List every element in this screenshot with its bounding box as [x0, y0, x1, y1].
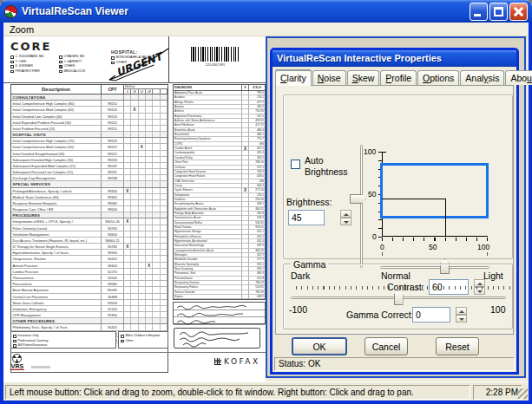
tab-noise[interactable]: Noise	[312, 70, 346, 85]
doctor-checkbox: PRIVATE/OTHER	[10, 69, 44, 75]
cpt-item-row: Intubation, Emergency31500	[11, 306, 167, 312]
menu-bar: Zoom	[3, 23, 529, 36]
tab-options[interactable]: Options	[417, 70, 459, 85]
diagnosis-code: 041.5	[249, 235, 265, 238]
cpt-item-row: Response Between Hospitals99082	[11, 200, 167, 206]
brightness-updown[interactable]	[340, 210, 351, 225]
dialog-title-bar[interactable]: VirtualReScan Interactive Properties	[273, 50, 516, 67]
auto-brightness-checkbox[interactable]	[291, 160, 300, 169]
reset-button[interactable]: Reset	[436, 337, 479, 355]
cpt-grid-cell	[139, 324, 146, 329]
maximize-button[interactable]	[489, 3, 508, 21]
diagnosis-code: 746.9	[249, 170, 265, 173]
diagnosis-code: 359.1	[249, 263, 265, 266]
diagnosis-code: 558.9	[249, 216, 265, 219]
diagnosis-code: 250.00	[249, 198, 265, 201]
down-arrow-icon[interactable]	[340, 218, 351, 225]
cpt-item-row: Discharge Day Management99238	[11, 175, 167, 181]
cpt-grid-cell	[146, 238, 153, 243]
range-tick-right	[487, 252, 488, 256]
cpt-grid-cell	[146, 144, 153, 149]
writein-diagnosis-box	[173, 302, 266, 324]
highlight-region[interactable]	[380, 163, 489, 219]
document-preview-pane[interactable]: CORE C. RUDDMANN, MDT. CHIND. KISSNERPRI…	[3, 36, 266, 381]
tab-analysis[interactable]: Analysis	[460, 70, 504, 85]
diagnosis-x-mark	[242, 225, 249, 229]
cpt-grid-cell: X	[131, 107, 138, 112]
diagnosis-x-mark	[242, 290, 249, 294]
cpt-grid-cell	[131, 263, 138, 268]
tab-about[interactable]: About	[505, 70, 532, 85]
cpt-table-header: Description CPT Mo/Date: 9161224	[11, 85, 167, 94]
up-arrow-icon[interactable]	[340, 210, 351, 218]
cpt-grid-cell	[161, 157, 167, 162]
diagnosis-name: Congestive Heart Failure	[174, 174, 242, 178]
cpt-grid-cell	[153, 120, 160, 125]
doctor-checkbox-label: PRIVATE/OTHER	[16, 69, 40, 75]
gamma-ticks	[296, 286, 515, 290]
cpt-grid-cell	[139, 244, 146, 249]
vrs-logo: VRS	[10, 354, 45, 370]
diagnosis-code: 425.4	[249, 151, 265, 154]
cpt-grid-cell	[131, 300, 138, 305]
cpt-grid-cell	[161, 107, 167, 112]
cpt-grid-cell	[146, 181, 153, 186]
diagnosis-code: 277.00	[249, 188, 265, 192]
scanned-superbill: CORE C. RUDDMANN, MDT. CHIND. KISSNERPRI…	[3, 36, 266, 381]
diagnosis-x-mark	[242, 239, 249, 243]
diagnosis-x-mark	[242, 244, 249, 247]
checkbox-icon	[13, 340, 16, 343]
title-bar[interactable]: VirtualReScan Viewer	[0, 0, 532, 23]
close-button[interactable]	[509, 3, 528, 21]
cancel-button[interactable]: Cancel	[365, 337, 408, 355]
x-tick-50: 50	[429, 243, 437, 251]
tab-clarity[interactable]: Clarity	[275, 69, 312, 86]
gamma-min-label: -100	[289, 304, 307, 315]
resize-grip-icon[interactable]	[517, 388, 528, 399]
cpt-row-description: IV Therapy for Serum Single Extracts	[11, 244, 102, 249]
maximize-icon	[494, 7, 503, 16]
down-arrow-icon[interactable]	[456, 315, 467, 323]
gamma-input[interactable]: 0	[412, 307, 450, 323]
cpt-item-row: Subsequent Expanded Mod Complex (25)9923…	[11, 163, 167, 169]
brightness-input[interactable]: 45	[288, 210, 325, 225]
diagnosis-name: Acidosis	[174, 95, 242, 99]
cpt-grid-cell	[139, 300, 146, 305]
tab-profile[interactable]: Profile	[380, 70, 417, 85]
cpt-grid-cell	[139, 151, 146, 156]
cpt-grid-cell	[161, 194, 167, 199]
cpt-grid-cell	[146, 212, 153, 218]
cpt-item-row: Medical Team Conference (60)99362	[11, 194, 167, 200]
brightness-slider-track[interactable]	[360, 145, 363, 268]
cpt-grid-cell	[161, 169, 167, 174]
cpt-row-description: Subsequent Detailed High Complex (35)	[11, 157, 102, 162]
cpt-item-row: Arterial Puncture36600X	[11, 263, 167, 269]
cpt-grid-cell	[124, 275, 131, 280]
cpt-grid-cell	[153, 324, 160, 329]
cpt-grid-cell	[153, 206, 160, 212]
cpt-grid-cell	[161, 300, 167, 305]
cpt-grid-cell	[146, 200, 153, 205]
menu-zoom[interactable]: Zoom	[3, 24, 40, 35]
cpt-grid-cell: X	[124, 218, 131, 224]
tab-skew[interactable]: Skew	[347, 70, 380, 85]
ok-button[interactable]: OK	[292, 337, 347, 355]
cpt-grid-cell	[139, 163, 146, 168]
cpt-row-code: 36600	[102, 263, 124, 268]
minimize-button[interactable]	[470, 3, 488, 21]
gamma-slider-thumb[interactable]	[394, 290, 404, 305]
gamma-updown[interactable]	[456, 307, 467, 323]
cpt-grid-cell	[161, 225, 167, 231]
cpt-grid-cell	[161, 250, 167, 255]
diagnosis-x-mark	[242, 285, 249, 289]
diagnosis-name: Asthma, with Status Asthmaticus	[174, 119, 242, 122]
cpt-grid-cell	[153, 294, 160, 299]
up-arrow-icon[interactable]	[456, 307, 467, 315]
cpt-grid-cell	[153, 188, 160, 193]
diagnosis-name: Gastroenteritis, Acute	[174, 216, 242, 219]
cpt-grid-cell	[146, 231, 153, 237]
cpt-grid-cell	[131, 275, 138, 280]
cpt-grid-cell	[153, 287, 160, 292]
cpt-grid-cell	[161, 312, 167, 317]
cpt-grid-cell	[161, 151, 167, 156]
